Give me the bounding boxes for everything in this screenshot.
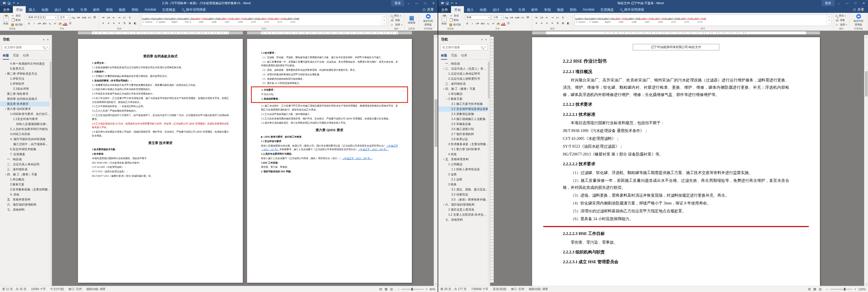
style-chip[interactable]: AaBbCcDdEe x167 [220,15,234,26]
find-button[interactable]: 查找▾ [391,14,402,18]
undo-icon[interactable]: ↶ [451,2,453,5]
style-chip[interactable]: AaBbCcDdEe x166 [627,15,641,26]
style-chip[interactable]: AaBbCcDd ↵ msono... [575,15,588,26]
style-chip[interactable]: AaBbCcDdEe x167 [641,15,654,26]
paragraph-tool-button[interactable]: ¶ [561,16,565,20]
nav-item[interactable]: 2.法定代表人授权委托书 [438,76,490,81]
nav-item[interactable]: 施工过程中，由于现场车辆运输作业、机械费... [0,142,52,147]
nav-item[interactable]: 1.HSE标准与要求、执行的工作标准 [0,112,52,117]
nav-item[interactable]: 1 公司概况 [438,162,490,167]
nav-item[interactable]: 5.联系方式 [0,66,52,71]
nav-item[interactable]: 投标人应遵循国家法律法规、集团公司（股份公... [0,122,52,127]
scrollbar-thumb[interactable] [865,71,868,96]
select-button[interactable]: ▷选择▾ [391,23,402,27]
nav-tab[interactable]: 页面 [13,53,19,60]
paragraph-tool-button[interactable]: •≡ [101,16,105,20]
document-page-1[interactable]: 第四章 合同条款及格式1. 合同文本：1.1 设备设施维护合同条款及格式以辽河油… [78,39,243,283]
word-count[interactable]: 7/35846 个字 [471,287,488,291]
nav-item[interactable]: ▾ 四、施 工（服务）方案 [0,172,52,177]
style-chip[interactable]: AaBbCcDd ↵ msono... [142,15,155,26]
nav-item[interactable]: 4. 项目可能存在的HSE风险 [0,137,52,142]
ribbon-tab[interactable]: 审阅 [103,6,116,13]
font-tool-button[interactable]: B [465,21,469,25]
nav-item[interactable]: 1.2 主要人员简历表-技术负责人 [438,212,490,217]
paragraph-tool-button[interactable]: ⇥ [550,16,554,20]
nav-close-icon[interactable]: ✕ [485,38,487,41]
nav-item[interactable]: 3 技术服务承诺（主要说明服务质量等） [438,142,490,147]
close-button[interactable]: ✕ [429,0,438,6]
nav-item[interactable]: 4.1 第六章 QHSE要求 [438,147,490,152]
undo-icon[interactable]: ↶ [12,2,15,5]
ribbon-display-options-icon[interactable]: ⌄ [834,0,843,6]
nav-item[interactable]: 五、资格审查资料 [0,197,52,202]
ribbon-tab[interactable]: 帮助 [567,6,580,13]
expand-arrow-icon[interactable]: ▾ [445,98,448,100]
zoom-slider[interactable] [830,289,852,290]
nav-item[interactable]: 第四章 合同条款及格式 [0,96,52,101]
nav-item[interactable]: 一、响应函 [0,157,52,162]
font-tool-button[interactable]: Aa▾ [514,16,520,20]
font-tool-button[interactable]: B [27,21,31,25]
word-count[interactable]: 10584 个字 [31,287,46,291]
nav-scrollbar[interactable] [488,61,490,286]
font-tool-button[interactable]: A▾ [76,16,81,20]
paragraph-tool-button[interactable]: ≡ [101,21,105,25]
maximize-button[interactable]: □ [851,0,860,6]
format-painter-button[interactable]: 格式刷 [11,23,23,27]
style-chip[interactable]: AaBbCcDdEe x169 [654,15,667,26]
page-indicator[interactable]: 第 11 页，共 32 页 [2,287,27,291]
ribbon-tab[interactable]: 插入 [26,6,38,13]
nav-item[interactable]: 2 业绩 [438,172,490,177]
copy-button[interactable]: 复制 [11,19,23,22]
zoom-level[interactable]: 80% [430,288,435,291]
sign-in-button[interactable]: 登录 [822,0,834,6]
paragraph-tool-button[interactable]: ⇥ [117,16,121,20]
horizontal-ruler[interactable]: 2 4 6 8 10 12 14 16 18 20 22 24 26 28 30… [0,31,438,35]
font-tool-button[interactable]: ab [496,21,500,25]
nav-item[interactable]: 七、其他材料 [0,207,52,212]
font-tool-button[interactable]: Ⓐ [68,21,72,25]
minimize-button[interactable]: — [843,0,851,6]
nav-item[interactable]: 2.1 业绩 [438,177,490,182]
read-mode-icon[interactable]: ▤ [379,287,382,291]
paragraph-tool-button[interactable]: ≡ [545,21,549,25]
style-chip[interactable]: AaBbCcDdEe x174 [286,15,299,26]
document-page[interactable]: 辽宁中油能源环境有限公司-响应文件 2.2.2 HSE 作业计划书2.2.2.1… [532,37,820,286]
zoom-out-icon[interactable]: − [826,287,828,291]
nav-item[interactable]: 2.评审程序 [0,81,52,86]
nav-item[interactable]: 3.1 违法、违规、重大安全事故及处理不良记... [438,187,490,192]
qat-customize-icon[interactable]: ▾ [456,2,457,5]
close-button[interactable]: ✕ [860,0,868,6]
gallery-down-icon[interactable]: ▾ [827,19,831,22]
nav-tab[interactable]: 标题 [3,53,9,60]
nav-search-input[interactable] [4,46,41,49]
gallery-down-icon[interactable]: ▾ [382,19,386,22]
paragraph-tool-button[interactable]: A↕ [555,16,560,20]
paragraph-tool-button[interactable]: ≡ [539,21,544,25]
expand-arrow-icon[interactable]: ▾ [442,158,445,160]
nav-item[interactable]: 三、谈判报价表 [0,167,52,172]
style-chip[interactable]: AaBbCcDdEe x172 [680,15,693,26]
ribbon-tab[interactable]: 绘图 [38,6,52,13]
page-indicator[interactable]: 第 29 页，共 177 页 [440,287,466,291]
zoom-slider[interactable] [401,289,424,290]
nav-item[interactable]: 2.1初步评审 [0,86,52,91]
paragraph-tool-button[interactable]: ⇤ [112,16,116,20]
paste-button[interactable]: 粘贴 [2,14,10,27]
ribbon-tab[interactable]: 文件 [438,6,451,13]
style-chip[interactable]: AaBbCcDdEe x165 [614,15,627,26]
ribbon-display-options-icon[interactable]: ⌄ [404,0,412,6]
nav-item[interactable]: 1.1安全环保与要求 [0,117,52,122]
nav-item[interactable]: 2.5 车辆及设备 [438,122,490,127]
style-chip[interactable]: AaBbCcDdEe x165 [194,15,207,26]
nav-item[interactable]: 三、谈判报价表 [438,81,490,86]
font-name-select[interactable]: 宋体▾ [465,15,491,20]
nav-item[interactable]: 七、其他资料 [438,217,490,222]
nav-item[interactable]: ▾ 五、资格审查资料 [438,157,490,162]
nav-item[interactable]: 4.单一来源谈判文件的递交 [0,61,52,66]
cut-button[interactable]: ✂剪切 [450,14,461,18]
style-chip[interactable]: AaBbCcDdEe x173 [273,15,286,26]
font-tool-button[interactable]: Ⓐ [506,21,510,25]
nav-search-input[interactable] [442,46,479,49]
gallery-up-icon[interactable]: ▴ [382,15,386,19]
